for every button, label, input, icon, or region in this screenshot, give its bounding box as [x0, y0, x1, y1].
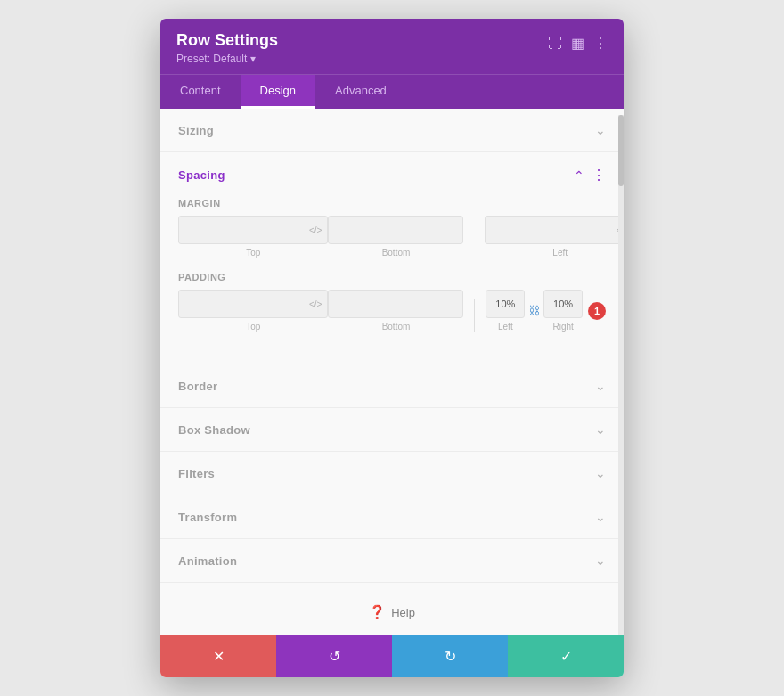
section-transform: Transform ⌄	[160, 495, 624, 539]
section-border: Border ⌄	[160, 364, 624, 408]
tabs-bar: Content Design Advanced	[160, 74, 624, 109]
padding-top-code-icon: </>	[309, 299, 322, 309]
padding-badge: 1	[588, 302, 606, 320]
save-button[interactable]: ✓	[508, 635, 624, 677]
padding-group: Padding </> Top	[178, 272, 606, 332]
border-title: Border	[178, 380, 217, 393]
help-row: ❓ Help	[160, 583, 624, 635]
animation-title: Animation	[178, 554, 237, 568]
fullscreen-icon[interactable]: ⛶	[548, 36, 562, 52]
margin-bottom-input[interactable]	[334, 225, 457, 235]
section-animation: Animation ⌄	[160, 539, 624, 583]
spacing-title: Spacing	[178, 168, 225, 182]
animation-chevron: ⌄	[595, 553, 606, 568]
margin-bottom-group: Bottom	[328, 216, 463, 258]
tab-advanced[interactable]: Advanced	[315, 75, 406, 109]
spacing-content: Margin </> Top	[160, 198, 624, 364]
margin-top-input[interactable]	[184, 225, 307, 235]
more-options-icon[interactable]: ⋮	[593, 35, 608, 52]
transform-header[interactable]: Transform ⌄	[160, 495, 624, 538]
filters-header[interactable]: Filters ⌄	[160, 452, 624, 495]
padding-input-row: </> Top Bottom	[178, 290, 606, 332]
filters-title: Filters	[178, 467, 215, 480]
sizing-header[interactable]: Sizing ⌄	[160, 109, 624, 151]
header-left: Row Settings Preset: Default ▾	[176, 31, 278, 65]
padding-left-value[interactable]: 10%	[486, 290, 525, 318]
border-header[interactable]: Border ⌄	[160, 364, 624, 407]
padding-bottom-label: Bottom	[382, 322, 411, 332]
padding-divider	[474, 299, 475, 332]
section-filters: Filters ⌄	[160, 452, 624, 495]
link-icon[interactable]: ⛓	[528, 304, 540, 317]
scrollbar-thumb[interactable]	[618, 115, 624, 186]
scrollbar-track[interactable]	[618, 115, 624, 635]
padding-top-group: </> Top	[178, 290, 328, 332]
padding-right-value[interactable]: 10%	[543, 290, 583, 318]
box-shadow-title: Box Shadow	[178, 423, 250, 437]
transform-title: Transform	[178, 511, 237, 524]
margin-top-label: Top	[246, 248, 260, 258]
modal-footer: ✕ ↺ ↻ ✓	[160, 635, 624, 677]
padding-label: Padding	[178, 272, 606, 282]
redo-button[interactable]: ↻	[392, 635, 508, 677]
margin-left-label: Left	[552, 248, 568, 258]
margin-top-field[interactable]: </>	[178, 216, 328, 244]
margin-top-bottom-pair: </> Top Bottom	[178, 216, 463, 258]
padding-left-label: Left	[498, 322, 513, 332]
spacing-header-icons: ⌃ ⋮	[574, 167, 606, 184]
margin-bottom-label: Bottom	[382, 248, 411, 258]
spacing-header[interactable]: Spacing ⌃ ⋮	[160, 152, 624, 198]
margin-left-right-pair: </> Left Right	[485, 216, 624, 258]
cancel-button[interactable]: ✕	[160, 635, 276, 677]
modal-preset[interactable]: Preset: Default ▾	[176, 53, 278, 65]
sizing-title: Sizing	[178, 124, 214, 137]
filters-chevron: ⌄	[595, 466, 606, 480]
margin-input-row: </> Top Bottom	[178, 216, 606, 258]
padding-left-group: 10% Left	[486, 290, 525, 332]
margin-bottom-field[interactable]	[328, 216, 463, 244]
margin-top-group: </> Top	[178, 216, 328, 258]
box-shadow-chevron: ⌄	[595, 422, 606, 437]
undo-button[interactable]: ↺	[276, 635, 392, 677]
padding-left-right-pair: 10% Left ⛓ 10% Right 1	[486, 290, 606, 332]
section-sizing: Sizing ⌄	[160, 109, 624, 152]
padding-top-input[interactable]	[184, 299, 307, 309]
sizing-chevron: ⌄	[595, 123, 606, 137]
tab-design[interactable]: Design	[241, 75, 315, 109]
margin-label: Margin	[178, 198, 606, 209]
padding-top-bottom-pair: </> Top Bottom	[178, 290, 463, 332]
padding-top-label: Top	[246, 322, 260, 332]
help-label[interactable]: Help	[391, 606, 415, 619]
section-box-shadow: Box Shadow ⌄	[160, 408, 624, 452]
header-icons: ⛶ ▦ ⋮	[548, 35, 608, 52]
margin-group: Margin </> Top	[178, 198, 606, 258]
transform-chevron: ⌄	[595, 510, 606, 524]
padding-bottom-field[interactable]	[328, 290, 463, 318]
animation-header[interactable]: Animation ⌄	[160, 539, 624, 582]
border-chevron: ⌄	[595, 379, 606, 393]
margin-left-input[interactable]	[491, 225, 614, 235]
padding-bottom-group: Bottom	[328, 290, 463, 332]
padding-bottom-input[interactable]	[334, 299, 457, 309]
row-settings-modal: Row Settings Preset: Default ▾ ⛶ ▦ ⋮ Con…	[160, 19, 624, 677]
help-icon: ❓	[369, 604, 386, 620]
padding-right-label: Right	[552, 322, 573, 332]
margin-top-code-icon: </>	[309, 225, 322, 235]
modal-header: Row Settings Preset: Default ▾ ⛶ ▦ ⋮	[160, 19, 624, 74]
margin-left-field[interactable]: </>	[485, 216, 624, 244]
padding-top-field[interactable]: </>	[178, 290, 328, 318]
modal-body: Sizing ⌄ Spacing ⌃ ⋮ Margin	[160, 109, 624, 635]
padding-right-group: 10% Right	[543, 290, 583, 332]
tab-content[interactable]: Content	[160, 75, 241, 109]
margin-left-group: </> Left	[485, 216, 624, 258]
spacing-chevron: ⌃	[574, 168, 584, 183]
columns-icon[interactable]: ▦	[571, 35, 584, 52]
modal-title: Row Settings	[176, 31, 278, 50]
box-shadow-header[interactable]: Box Shadow ⌄	[160, 408, 624, 451]
spacing-menu-icon[interactable]: ⋮	[592, 167, 606, 184]
section-spacing: Spacing ⌃ ⋮ Margin	[160, 152, 624, 364]
